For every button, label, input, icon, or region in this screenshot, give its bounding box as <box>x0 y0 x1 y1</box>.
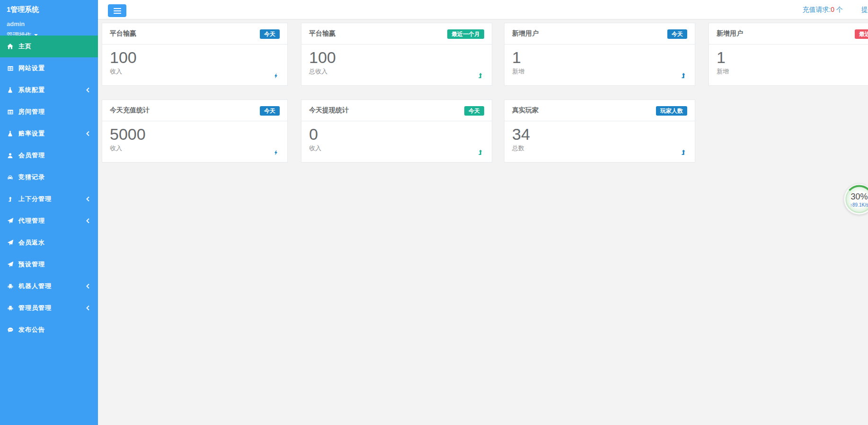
gauge-percent: 30% <box>850 192 868 201</box>
sidebar-item-bet-records[interactable]: 竞猜记录 <box>0 166 98 188</box>
stat-card-withdraw-today: 今天提现统计 今天 0 收入 <box>301 99 492 163</box>
sidebar-item-score-management[interactable]: 上下分管理 <box>0 188 98 210</box>
sidebar-item-robot-management[interactable]: 机器人管理 <box>0 275 98 297</box>
paper-plane-icon <box>6 217 14 225</box>
sidebar-item-agent-management[interactable]: 代理管理 <box>0 210 98 232</box>
sidebar-item-label: 管理员管理 <box>18 304 85 312</box>
bolt-icon <box>273 149 280 156</box>
sidebar-item-member-management[interactable]: 会员管理 <box>0 145 98 166</box>
withdraw-requests-link[interactable]: 提现 <box>861 6 868 14</box>
sidebar-item-odds-settings[interactable]: 赔率设置 <box>0 123 98 145</box>
card-title: 平台输赢 <box>110 29 136 38</box>
stat-card-recharge-today: 今天充值统计 今天 5000 收入 <box>102 99 288 163</box>
dashboard-screen: 1管理系统 admin 管理操作 主页 网站设置 系统配置 房间管理 <box>0 0 868 425</box>
flask-icon <box>6 130 14 137</box>
card-badge: 今天 <box>464 106 484 116</box>
sidebar-toggle-button[interactable] <box>108 4 126 17</box>
sidebar-item-label: 发布公告 <box>18 326 90 334</box>
paper-plane-icon <box>6 239 14 246</box>
card-badge: 最近一个月 <box>855 29 868 39</box>
card-badge: 今天 <box>667 29 687 39</box>
card-badge: 玩家人数 <box>656 106 687 116</box>
network-speed-gauge[interactable]: 30% ↑89.1K/s <box>844 184 868 215</box>
chevron-left-icon <box>85 131 90 136</box>
sidebar-item-label: 会员管理 <box>18 151 90 160</box>
sidebar-item-system-config[interactable]: 系统配置 <box>0 79 98 101</box>
card-title: 今天提现统计 <box>309 106 349 115</box>
card-value: 1 <box>512 48 687 67</box>
level-up-icon <box>478 149 484 156</box>
withdraw-label: 提现 <box>861 6 868 13</box>
card-title: 新增用户 <box>717 29 743 38</box>
sidebar-item-label: 预设管理 <box>18 260 90 269</box>
home-icon <box>6 43 14 50</box>
sidebar-nav: 主页 网站设置 系统配置 房间管理 赔率设置 <box>0 36 98 341</box>
card-value: 5000 <box>110 125 280 144</box>
sidebar-item-label: 网站设置 <box>18 64 90 72</box>
card-value: 100 <box>309 48 484 67</box>
sidebar-item-label: 竞猜记录 <box>18 173 90 181</box>
level-up-icon <box>478 72 484 79</box>
level-up-icon <box>6 196 14 203</box>
flask-icon <box>6 87 14 94</box>
sidebar-item-admin-management[interactable]: 管理员管理 <box>0 297 98 319</box>
sidebar-item-label: 系统配置 <box>18 86 85 94</box>
paper-plane-icon <box>6 261 14 268</box>
card-badge: 今天 <box>260 29 280 39</box>
card-title: 真实玩家 <box>512 106 539 115</box>
chevron-left-icon <box>85 305 90 311</box>
android-icon <box>6 305 14 312</box>
card-sublabel: 收入 <box>309 144 484 153</box>
stat-card-new-users-today: 新增用户 今天 1 新增 <box>504 23 695 86</box>
sidebar: 1管理系统 admin 管理操作 主页 网站设置 系统配置 房间管理 <box>0 0 98 425</box>
card-sublabel: 新增 <box>717 67 868 76</box>
sidebar-item-room-management[interactable]: 房间管理 <box>0 101 98 123</box>
bolt-icon <box>273 72 280 79</box>
sidebar-item-publish-announcement[interactable]: 发布公告 <box>0 319 98 341</box>
card-value: 0 <box>309 125 484 144</box>
card-sublabel: 总收入 <box>309 67 484 76</box>
gauge-speed: ↑89.1K/s <box>850 202 868 208</box>
chevron-left-icon <box>85 196 90 202</box>
card-badge: 最近一个月 <box>447 29 484 39</box>
level-up-icon <box>681 72 687 79</box>
recharge-label: 充值请求: <box>802 6 831 13</box>
stat-card-new-users-month: 新增用户 最近一个月 1 新增 <box>709 23 868 86</box>
card-title: 今天充值统计 <box>110 106 150 115</box>
sidebar-item-label: 机器人管理 <box>18 282 85 290</box>
sidebar-item-member-rebate[interactable]: 会员返水 <box>0 232 98 253</box>
table-icon <box>6 65 14 72</box>
sidebar-item-preset-management[interactable]: 预设管理 <box>0 253 98 275</box>
card-sublabel: 总数 <box>512 144 687 153</box>
sidebar-item-home[interactable]: 主页 <box>0 36 98 57</box>
card-value: 34 <box>512 125 687 144</box>
hamburger-icon <box>114 8 121 9</box>
card-sublabel: 收入 <box>110 67 280 76</box>
stat-card-real-players: 真实玩家 玩家人数 34 总数 <box>504 99 695 163</box>
chevron-left-icon <box>85 218 90 224</box>
comment-icon <box>6 326 14 334</box>
android-icon <box>6 283 14 290</box>
car-icon <box>6 174 14 181</box>
stat-card-platform-winloss-month: 平台输赢 最近一个月 100 总收入 <box>301 23 492 86</box>
sidebar-item-label: 房间管理 <box>18 108 90 116</box>
chevron-left-icon <box>85 87 90 93</box>
topbar: 充值请求:0 个 提现 <box>98 0 868 19</box>
card-title: 新增用户 <box>512 29 539 38</box>
app-title: 1管理系统 <box>0 0 98 14</box>
recharge-requests-link[interactable]: 充值请求:0 个 <box>802 6 843 14</box>
sidebar-item-label: 赔率设置 <box>18 129 85 138</box>
card-sublabel: 收入 <box>110 144 280 153</box>
sidebar-item-site-settings[interactable]: 网站设置 <box>0 57 98 79</box>
chevron-left-icon <box>85 283 90 289</box>
sidebar-item-label: 会员返水 <box>18 238 90 247</box>
username: admin <box>0 14 98 27</box>
sidebar-item-label: 代理管理 <box>18 217 85 225</box>
recharge-count: 0 <box>831 6 834 13</box>
sidebar-item-label: 上下分管理 <box>18 195 85 203</box>
table-icon <box>6 109 14 116</box>
level-up-icon <box>681 149 687 156</box>
card-value: 1 <box>717 48 868 67</box>
card-value: 100 <box>110 48 280 67</box>
user-icon <box>6 152 14 159</box>
